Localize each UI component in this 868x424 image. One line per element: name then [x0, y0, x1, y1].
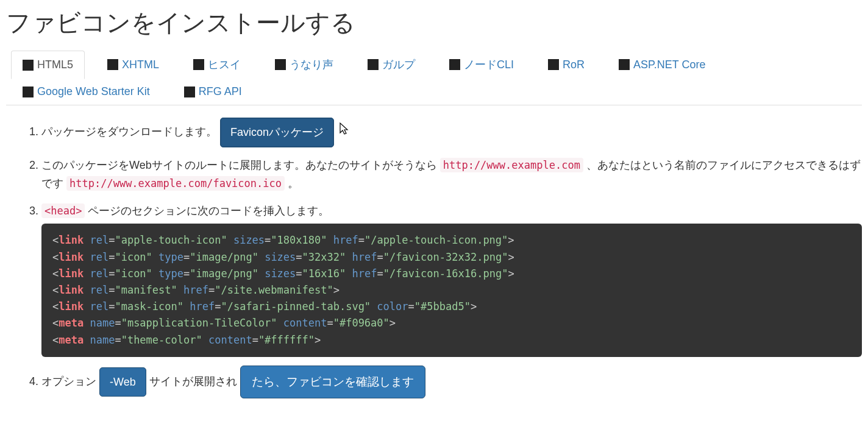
tab-icon [184, 87, 195, 97]
tab--[interactable]: ヒスイ [182, 51, 252, 79]
tab-label: Google Web Starter Kit [37, 85, 150, 98]
tab-icon [193, 59, 204, 70]
tab-label: ノードCLI [464, 57, 514, 72]
step-3: <head> ページのセクションに次のコードを挿入します。 <link rel=… [41, 202, 862, 357]
tab-label: うなり声 [290, 57, 333, 72]
tab--[interactable]: うなり声 [263, 51, 345, 79]
tab-ror[interactable]: RoR [536, 51, 596, 79]
tab-icon [548, 59, 559, 70]
favicon-url: http://www.example.com/favicon.ico [66, 176, 285, 191]
tab-icon [368, 59, 379, 70]
tab-icon [619, 59, 630, 70]
tab-google-web-starter-kit[interactable]: Google Web Starter Kit [11, 79, 162, 105]
code-block[interactable]: <link rel="apple-touch-icon" sizes="180x… [41, 224, 862, 356]
tab-xhtml[interactable]: XHTML [96, 51, 171, 79]
tab-label: RFG API [199, 85, 242, 98]
step-4: オプション -Web サイトが展開され たら、ファビコンを確認します [41, 366, 862, 398]
tab-label: XHTML [122, 58, 159, 71]
step-1-text: パッケージをダウンロードします。 [41, 125, 217, 138]
tab-asp-net-core[interactable]: ASP.NET Core [607, 51, 717, 79]
tab--[interactable]: ガルプ [356, 51, 427, 79]
tab-bar: HTML5XHTMLヒスイうなり声ガルプノードCLIRoRASP.NET Cor… [6, 51, 862, 105]
step-4-text-b: サイトが展開され [149, 375, 237, 387]
step-2-text-a: このパッケージをWebサイトのルートに展開します。あなたのサイトがそうなら [41, 159, 437, 171]
tab-label: HTML5 [37, 58, 73, 71]
tab-icon [275, 59, 286, 70]
step-4-text-a: オプション [41, 375, 96, 387]
tab-label: ヒスイ [208, 57, 241, 72]
tab-label: ガルプ [382, 57, 415, 72]
tab-rfg-api[interactable]: RFG API [173, 79, 254, 105]
tab-icon [23, 87, 34, 97]
tab-icon [23, 60, 34, 71]
page-title: ファビコンをインストールする [6, 6, 862, 40]
step-2-text-c: 。 [288, 177, 299, 189]
tab-label: RoR [563, 58, 585, 71]
step-1: パッケージをダウンロードします。 Faviconパッケージ [41, 118, 862, 147]
install-steps: パッケージをダウンロードします。 Faviconパッケージ このパッケージをWe… [6, 118, 862, 398]
cursor-icon [337, 122, 349, 144]
example-url: http://www.example.com [440, 158, 583, 172]
tab-label: ASP.NET Core [633, 58, 705, 71]
step-3-text: ページのセクションに次のコードを挿入します。 [88, 205, 329, 217]
download-package-button[interactable]: Faviconパッケージ [220, 118, 334, 147]
tab-html5[interactable]: HTML5 [11, 51, 85, 79]
check-favicon-button[interactable]: たら、ファビコンを確認します [240, 366, 425, 398]
step-2: このパッケージをWebサイトのルートに展開します。あなたのサイトがそうなら ht… [41, 156, 862, 193]
tab-icon [449, 59, 460, 70]
tab--cli[interactable]: ノードCLI [438, 51, 525, 79]
head-tag: <head> [41, 203, 85, 218]
tab-icon [107, 59, 118, 70]
web-button[interactable]: -Web [99, 367, 146, 397]
